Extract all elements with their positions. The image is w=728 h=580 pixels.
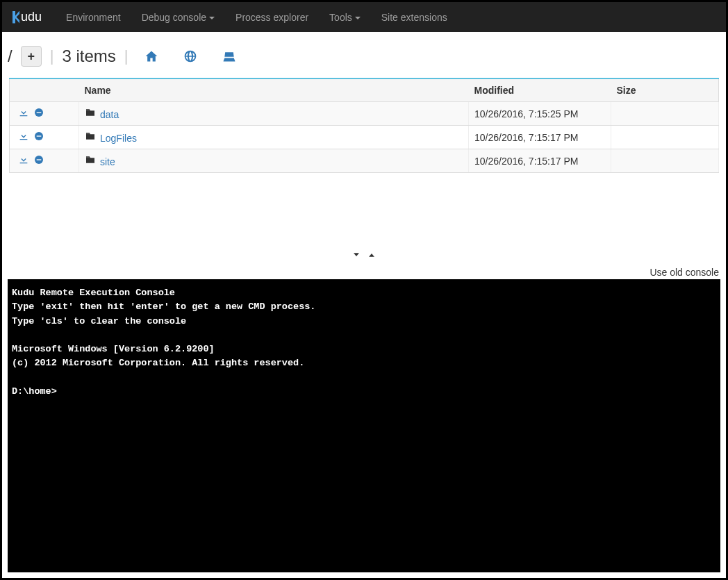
file-table: Name Modified Size data10/26/2016, 7:15:… <box>9 78 719 173</box>
download-icon[interactable] <box>18 107 29 120</box>
folder-link[interactable]: data <box>100 109 119 120</box>
table-header-row: Name Modified Size <box>10 78 719 102</box>
nav-debug-console[interactable]: Debug console <box>131 3 225 31</box>
download-icon[interactable] <box>18 131 29 144</box>
disk-icon[interactable] <box>221 48 238 65</box>
folder-icon <box>85 109 96 120</box>
nav-process-explorer[interactable]: Process explorer <box>225 3 319 31</box>
brand-logo[interactable]: udu <box>13 10 42 24</box>
folder-link[interactable]: LogFiles <box>100 133 137 144</box>
navbar: udu Environment Debug console Process ex… <box>2 2 726 32</box>
caret-down-icon <box>355 17 361 19</box>
breadcrumb-bar: / + | 3 items | <box>2 32 726 78</box>
col-actions-header <box>10 78 79 102</box>
col-modified-header: Modified <box>469 78 611 102</box>
svg-rect-3 <box>37 135 42 136</box>
expand-down-icon[interactable] <box>350 251 363 263</box>
kudu-k-icon <box>13 11 19 24</box>
caret-down-icon <box>209 17 215 19</box>
folder-icon <box>85 133 96 144</box>
nav-tools[interactable]: Tools <box>319 3 371 31</box>
size-cell <box>611 126 719 149</box>
size-cell <box>611 102 719 126</box>
breadcrumb-root[interactable]: / <box>8 47 13 66</box>
modified-cell: 10/26/2016, 7:15:25 PM <box>469 102 611 126</box>
divider: | <box>50 47 54 65</box>
modified-cell: 10/26/2016, 7:15:17 PM <box>469 149 611 173</box>
nav-environment[interactable]: Environment <box>56 3 131 31</box>
svg-rect-5 <box>37 159 42 160</box>
divider: | <box>124 47 129 65</box>
globe-icon[interactable] <box>182 48 199 65</box>
item-count: 3 items <box>62 47 115 66</box>
col-size-header: Size <box>611 78 719 102</box>
folder-link[interactable]: site <box>100 156 115 167</box>
download-icon[interactable] <box>18 154 29 167</box>
delete-icon[interactable] <box>33 131 44 144</box>
delete-icon[interactable] <box>33 154 44 167</box>
table-row: data10/26/2016, 7:15:25 PM <box>10 102 719 126</box>
col-name-header: Name <box>79 78 469 102</box>
old-console-row: Use old console <box>2 267 726 279</box>
use-old-console-link[interactable]: Use old console <box>650 267 719 278</box>
svg-rect-1 <box>37 112 42 113</box>
table-row: site10/26/2016, 7:15:17 PM <box>10 149 719 173</box>
nav-site-extensions[interactable]: Site extensions <box>371 3 458 31</box>
home-icon[interactable] <box>143 48 160 65</box>
size-cell <box>611 149 719 173</box>
table-row: LogFiles10/26/2016, 7:15:17 PM <box>10 126 719 149</box>
modified-cell: 10/26/2016, 7:15:17 PM <box>469 126 611 149</box>
delete-icon[interactable] <box>33 107 44 120</box>
collapse-up-icon[interactable] <box>365 251 378 263</box>
brand-text: udu <box>21 10 42 24</box>
folder-icon <box>85 156 96 167</box>
add-button[interactable]: + <box>21 46 42 67</box>
console-splitter <box>2 173 726 267</box>
console-output[interactable]: Kudu Remote Execution Console Type 'exit… <box>8 279 720 572</box>
